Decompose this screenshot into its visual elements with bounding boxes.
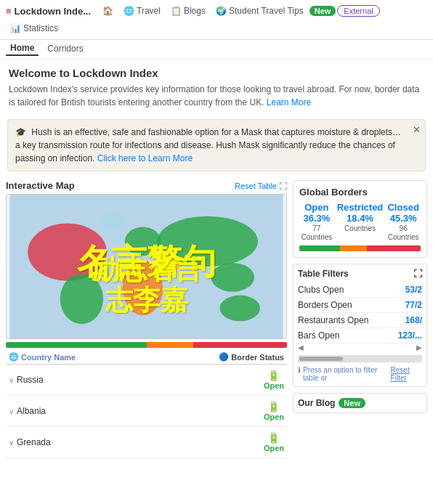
filter-row-borders[interactable]: Borders Open 77/2	[298, 298, 422, 313]
status-cell: 🔋 Open	[264, 370, 284, 390]
svg-point-7	[219, 296, 259, 322]
table-row[interactable]: ∨ Russia 🔋 Open	[6, 365, 287, 396]
welcome-section: Welcome to Lockdown Index Lockdown Index…	[0, 60, 433, 115]
filter-hint: ℹ Press an option to filter table or Res…	[298, 366, 422, 382]
filter-row-restaurants[interactable]: Restaurants Open 168/	[298, 313, 422, 328]
table-filters-title: Table Filters	[298, 269, 349, 279]
welcome-title: Welcome to Lockdown Index	[9, 67, 424, 79]
left-panel: Interactive Map Reset Table ⛶	[6, 180, 287, 458]
clubs-open-value: 53/2	[405, 285, 422, 295]
brand-logo[interactable]: ≡ Lockdown Inde...	[6, 6, 91, 17]
nav-travel[interactable]: 🌐 Travel	[119, 3, 165, 19]
table-row[interactable]: ∨ Albania 🔋 Open	[6, 396, 287, 427]
svg-point-6	[211, 263, 254, 292]
scrollbar[interactable]	[298, 355, 422, 362]
nav-blogs[interactable]: 📋 Blogs	[166, 3, 210, 19]
closed-stat: Closed 45.3% 96 Countries	[386, 202, 421, 241]
map-container[interactable]: 名言警句 励志名言 志李嘉	[6, 194, 287, 339]
alert-icon: 🎓	[15, 127, 26, 137]
open-countries: Countries	[301, 233, 332, 241]
gb-red-segment	[367, 245, 421, 251]
info-icon: ℹ	[298, 366, 301, 374]
global-borders-stats: Open 36.3% 77 Countries Restricted 18.4%…	[299, 202, 421, 241]
color-orange	[147, 342, 194, 348]
sub-navigation: Home Corridors	[0, 40, 433, 60]
stats-icon: 📊	[10, 23, 21, 33]
new-badge: New	[309, 6, 336, 16]
gb-green-segment	[299, 245, 340, 251]
map-color-bar	[6, 342, 287, 348]
gb-orange-segment	[340, 245, 367, 251]
border-icon: 🔋	[264, 370, 284, 381]
closed-countries: Countries	[388, 233, 419, 241]
borders-open-label: Borders Open	[298, 300, 352, 310]
expand-icon[interactable]: ∨	[9, 439, 14, 447]
restricted-label: Restricted	[337, 202, 384, 213]
our-blog-title: Our Blog New	[298, 398, 422, 408]
bars-open-label: Bars Open	[298, 330, 339, 341]
country-table-header: 🌐 Country Name 🔵 Border Status	[6, 348, 287, 365]
country-name: ∨ Grenada	[9, 437, 51, 447]
border-icon: 🔋	[264, 401, 284, 412]
svg-point-9	[101, 214, 127, 231]
border-status-column-header: 🔵 Border Status	[219, 352, 284, 362]
flag-icon: ≡	[6, 6, 12, 17]
map-watermark-3: 志李嘉	[105, 281, 188, 318]
open-count: 77	[312, 224, 320, 232]
alert-link[interactable]: Click here to Learn More	[97, 153, 193, 163]
color-red	[193, 342, 287, 348]
filter-row-bars[interactable]: Bars Open 123/...	[298, 328, 422, 344]
globe-col-icon: 🌐	[9, 352, 19, 362]
filter-row-clubs[interactable]: Clubs Open 53/2	[298, 283, 422, 298]
status-cell: 🔋 Open	[264, 401, 284, 421]
border-icon: 🔋	[264, 432, 284, 444]
sub-nav-corridors[interactable]: Corridors	[43, 42, 87, 55]
home-icon: 🏠	[102, 6, 113, 16]
status-cell: 🔋 Open	[264, 432, 284, 452]
nav-home[interactable]: 🏠	[98, 3, 118, 19]
main-content: Interactive Map Reset Table ⛶	[0, 176, 433, 463]
alert-text: Hush is an effective, safe and fashionab…	[15, 127, 401, 163]
top-navigation: ≡ Lockdown Inde... 🏠 🌐 Travel 📋 Blogs 🌍 …	[0, 0, 433, 40]
open-percent: Open	[299, 202, 334, 213]
our-blog-section: Our Blog New	[293, 393, 427, 413]
country-name: ∨ Albania	[9, 406, 46, 416]
close-alert-button[interactable]: ✕	[413, 123, 421, 137]
closed-count: 96	[400, 224, 408, 232]
welcome-text: Lockdown Index's service provides key in…	[9, 83, 424, 109]
country-name: ∨ Russia	[9, 375, 44, 385]
restricted-stat: Restricted 18.4% Countries	[337, 202, 384, 241]
expand-icon[interactable]: ∨	[9, 376, 14, 384]
expand-icon[interactable]: ∨	[9, 407, 14, 415]
clubs-open-label: Clubs Open	[298, 285, 344, 295]
table-filters-section: Table Filters ⛶ Clubs Open 53/2 Borders …	[293, 264, 427, 387]
closed-label: Closed	[386, 202, 421, 213]
alert-banner: ✕ 🎓 Hush is an effective, safe and fashi…	[7, 119, 426, 171]
restaurants-open-label: Restaurants Open	[298, 315, 368, 325]
closed-value: 45.3%	[390, 213, 417, 224]
open-stat: Open 36.3% 77 Countries	[299, 202, 334, 241]
borders-open-value: 77/2	[405, 300, 422, 310]
table-row[interactable]: ∨ Grenada 🔋 Open	[6, 427, 287, 458]
globe-icon: 🌐	[124, 6, 134, 16]
reset-table-button[interactable]: Reset Table ⛶	[235, 182, 287, 190]
open-value: 36.3%	[303, 213, 330, 224]
restricted-countries: Countries	[344, 224, 376, 232]
reset-filter-link[interactable]: Reset Filter	[391, 366, 422, 382]
scroll-left-arrow[interactable]: ◀	[298, 344, 304, 351]
blogs-icon: 📋	[171, 6, 182, 16]
scroll-right-arrow[interactable]: ▶	[416, 344, 422, 351]
scrollbar-thumb	[299, 357, 343, 361]
country-name-column-header[interactable]: 🌐 Country Name	[9, 352, 76, 362]
global-borders-title: Global Borders	[299, 187, 421, 198]
global-borders-section: Global Borders Open 36.3% 77 Countries R…	[293, 180, 427, 258]
external-badge: External	[337, 5, 379, 17]
learn-more-link[interactable]: Learn More	[267, 97, 311, 107]
color-green	[6, 342, 147, 348]
expand-filters-icon[interactable]: ⛶	[413, 269, 422, 279]
nav-statistics[interactable]: 📊 Statistics	[6, 20, 62, 36]
nav-student-travel[interactable]: 🌍 Student Travel Tips	[211, 3, 308, 19]
restricted-value: 18.4%	[347, 213, 373, 224]
sub-nav-home[interactable]: Home	[6, 41, 39, 56]
brand-name: Lockdown Inde...	[15, 6, 91, 17]
